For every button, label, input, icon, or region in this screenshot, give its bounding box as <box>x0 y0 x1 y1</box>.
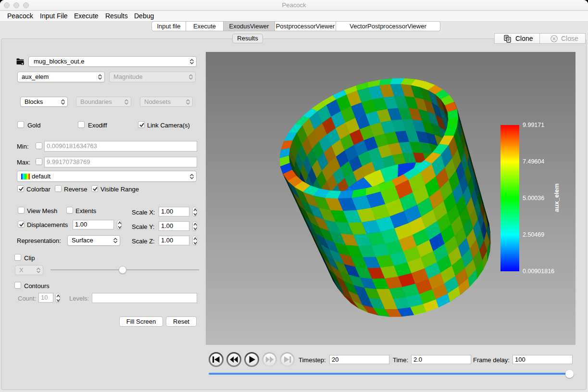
svg-text:0.00901816: 0.00901816 <box>523 268 554 275</box>
svg-text:2.50469: 2.50469 <box>523 231 544 238</box>
svg-text:aux_elem: aux_elem <box>553 183 560 212</box>
svg-text:9.99171: 9.99171 <box>523 122 544 128</box>
svg-text:5.00036: 5.00036 <box>523 195 544 202</box>
svg-text:7.49604: 7.49604 <box>523 158 544 165</box>
